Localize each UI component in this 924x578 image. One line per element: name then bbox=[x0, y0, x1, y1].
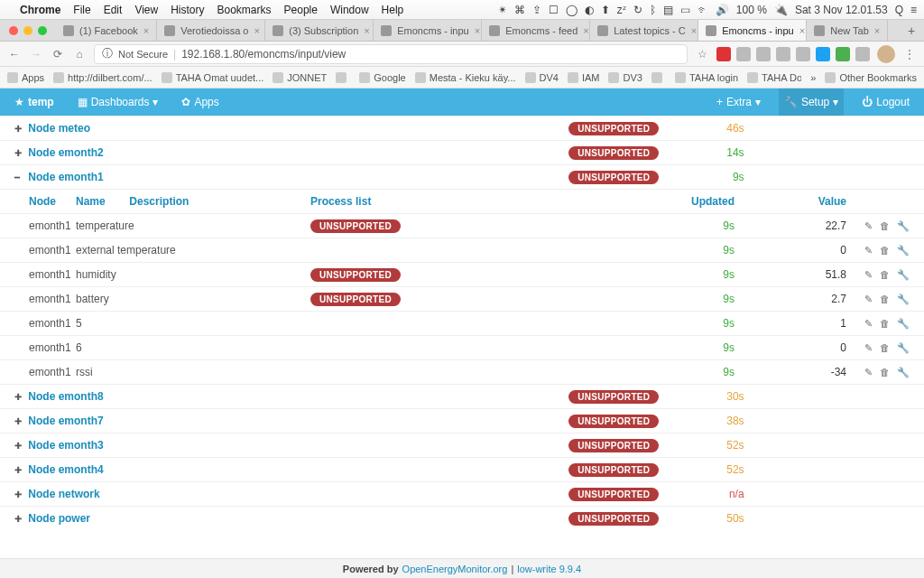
node-group-row[interactable]: ✚Node powerUNSUPPORTED50s bbox=[0, 506, 924, 530]
bookmark-item[interactable] bbox=[651, 72, 666, 83]
other-bookmarks[interactable]: Other Bookmarks bbox=[825, 72, 917, 83]
edit-icon[interactable]: ✎ bbox=[864, 220, 873, 232]
close-tab-icon[interactable]: × bbox=[254, 25, 259, 36]
delete-icon[interactable]: 🗑 bbox=[880, 318, 890, 330]
config-icon[interactable]: 🔧 bbox=[897, 220, 910, 232]
back-button[interactable]: ← bbox=[7, 48, 22, 61]
extension-icon[interactable] bbox=[776, 47, 790, 61]
minimize-window-button[interactable] bbox=[23, 26, 32, 35]
config-icon[interactable]: 🔧 bbox=[897, 342, 910, 354]
bookmark-item[interactable]: TAHA Omat uudet... bbox=[162, 72, 264, 83]
extension-icon[interactable] bbox=[756, 47, 771, 61]
extra-menu[interactable]: + Extra ▾ bbox=[711, 89, 766, 116]
logout-button[interactable]: ⏻ Logout bbox=[856, 89, 915, 116]
close-tab-icon[interactable]: × bbox=[364, 25, 369, 36]
bookmark-item[interactable]: JONNET bbox=[273, 72, 327, 83]
menu-bookmarks[interactable]: Bookmarks bbox=[217, 4, 272, 16]
edit-icon[interactable]: ✎ bbox=[864, 367, 873, 378]
bookmark-item[interactable]: Google bbox=[359, 72, 405, 83]
delete-icon[interactable]: 🗑 bbox=[880, 245, 890, 256]
menu-icon[interactable]: ≡ bbox=[910, 4, 917, 16]
browser-tab[interactable]: Verotiedoissa o× bbox=[157, 20, 265, 41]
address-bar[interactable]: ⓘ Not Secure | 192.168.1.80/emoncms/inpu… bbox=[94, 44, 688, 64]
node-group-row[interactable]: ━Node emonth1UNSUPPORTED9s bbox=[0, 164, 924, 189]
menu-history[interactable]: History bbox=[171, 4, 204, 16]
menu-button[interactable]: ⋮ bbox=[902, 48, 917, 61]
info-icon[interactable]: ⓘ bbox=[102, 46, 113, 61]
bookmark-item[interactable]: Mesta - Kieku käy... bbox=[415, 72, 516, 83]
extension-icon[interactable] bbox=[736, 47, 751, 61]
edit-icon[interactable]: ✎ bbox=[864, 269, 873, 281]
close-tab-icon[interactable]: × bbox=[475, 25, 480, 36]
config-icon[interactable]: 🔧 bbox=[897, 294, 910, 305]
bookmark-item[interactable]: TAHA Domain_tech bbox=[747, 72, 801, 83]
node-group-row[interactable]: ✚Node emonth4UNSUPPORTED52s bbox=[0, 457, 924, 481]
expand-icon[interactable]: ✚ bbox=[14, 392, 24, 402]
node-group-row[interactable]: ✚Node networkUNSUPPORTEDn/a bbox=[0, 481, 924, 506]
close-window-button[interactable] bbox=[9, 26, 18, 35]
dashboards-menu[interactable]: ▦ Dashboards ▾ bbox=[72, 89, 164, 116]
menu-help[interactable]: Help bbox=[382, 4, 404, 16]
new-tab-button[interactable]: + bbox=[899, 20, 924, 41]
reload-button[interactable]: ⟳ bbox=[51, 48, 65, 61]
bookmarks-overflow[interactable]: » bbox=[810, 72, 816, 83]
close-tab-icon[interactable]: × bbox=[583, 25, 588, 36]
close-tab-icon[interactable]: × bbox=[799, 25, 805, 36]
delete-icon[interactable]: 🗑 bbox=[880, 342, 890, 354]
extension-icon[interactable] bbox=[716, 47, 731, 61]
maximize-window-button[interactable] bbox=[38, 26, 47, 35]
browser-tab[interactable]: (1) Facebook× bbox=[56, 20, 157, 41]
node-group-row[interactable]: ✚Node emonth8UNSUPPORTED30s bbox=[0, 384, 924, 408]
node-group-row[interactable]: ✚Node emonth3UNSUPPORTED52s bbox=[0, 433, 924, 457]
close-tab-icon[interactable]: × bbox=[691, 25, 697, 36]
star-icon[interactable]: ☆ bbox=[695, 48, 709, 61]
config-icon[interactable]: 🔧 bbox=[897, 269, 910, 281]
extension-icon[interactable] bbox=[855, 47, 870, 61]
extension-icon[interactable] bbox=[796, 47, 810, 61]
edit-icon[interactable]: ✎ bbox=[864, 294, 873, 305]
extension-icon[interactable] bbox=[836, 47, 850, 61]
expand-icon[interactable]: ✚ bbox=[14, 124, 24, 134]
bookmark-item[interactable]: DV4 bbox=[525, 72, 559, 83]
edit-icon[interactable]: ✎ bbox=[864, 342, 873, 354]
config-icon[interactable]: 🔧 bbox=[897, 367, 910, 378]
browser-tab[interactable]: Emoncms - inpu× bbox=[374, 20, 482, 41]
config-icon[interactable]: 🔧 bbox=[897, 318, 910, 330]
browser-tab[interactable]: Latest topics - C× bbox=[590, 20, 698, 41]
menu-view[interactable]: View bbox=[134, 4, 158, 16]
node-group-row[interactable]: ✚Node meteoUNSUPPORTED46s bbox=[0, 116, 924, 140]
brand-link[interactable]: ★ temp bbox=[9, 89, 60, 116]
browser-tab[interactable]: (3) Subscription× bbox=[265, 20, 374, 41]
spotlight-icon[interactable]: Q bbox=[895, 4, 903, 16]
close-tab-icon[interactable]: × bbox=[143, 25, 149, 36]
expand-icon[interactable]: ✚ bbox=[14, 514, 24, 524]
delete-icon[interactable]: 🗑 bbox=[880, 367, 890, 378]
bookmark-item[interactable]: IAM bbox=[568, 72, 600, 83]
expand-icon[interactable]: ✚ bbox=[14, 416, 24, 426]
profile-avatar[interactable] bbox=[877, 45, 895, 63]
setup-menu[interactable]: 🔧 Setup ▾ bbox=[779, 89, 844, 116]
expand-icon[interactable]: ✚ bbox=[14, 148, 24, 158]
bookmark-item[interactable]: DV3 bbox=[608, 72, 642, 83]
expand-icon[interactable]: ✚ bbox=[14, 465, 24, 475]
menu-people[interactable]: People bbox=[284, 4, 318, 16]
home-button[interactable]: ⌂ bbox=[72, 48, 87, 61]
edit-icon[interactable]: ✎ bbox=[864, 318, 873, 330]
delete-icon[interactable]: 🗑 bbox=[880, 294, 890, 305]
bookmark-item[interactable]: TAHA login bbox=[675, 72, 738, 83]
menu-window[interactable]: Window bbox=[330, 4, 369, 16]
expand-icon[interactable]: ✚ bbox=[14, 441, 24, 451]
edit-icon[interactable]: ✎ bbox=[864, 245, 873, 256]
delete-icon[interactable]: 🗑 bbox=[880, 269, 890, 281]
collapse-icon[interactable]: ━ bbox=[14, 172, 24, 182]
menu-file[interactable]: File bbox=[73, 4, 90, 16]
footer-link-oem[interactable]: OpenEnergyMonitor.org bbox=[402, 564, 508, 574]
config-icon[interactable]: 🔧 bbox=[897, 245, 910, 256]
menu-edit[interactable]: Edit bbox=[104, 4, 123, 16]
browser-tab[interactable]: Emoncms - inpu× bbox=[698, 20, 807, 41]
browser-tab[interactable]: Emoncms - feed× bbox=[482, 20, 590, 41]
app-name[interactable]: Chrome bbox=[20, 4, 60, 16]
close-tab-icon[interactable]: × bbox=[874, 25, 880, 36]
forward-button[interactable]: → bbox=[29, 48, 43, 61]
apps-link[interactable]: ✿ Apps bbox=[176, 89, 224, 116]
